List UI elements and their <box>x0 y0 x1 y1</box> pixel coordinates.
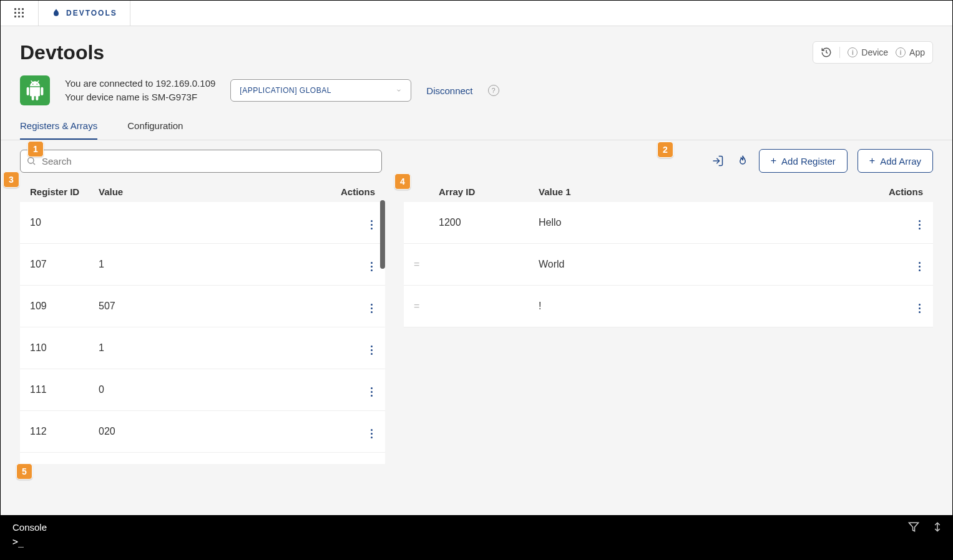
col-register-id: Register ID <box>30 186 99 197</box>
table-row[interactable]: 10 <box>20 202 385 244</box>
table-row[interactable]: 109507 <box>20 286 385 327</box>
connection-device: Your device name is SM-G973F <box>65 90 215 105</box>
table-header: Register ID Value Actions <box>20 181 385 202</box>
info-icon: i <box>896 47 906 57</box>
row-actions-menu[interactable] <box>916 218 923 232</box>
arrays-body: 1200Hello=World=! <box>404 202 933 327</box>
add-array-button[interactable]: +Add Array <box>858 149 933 173</box>
flame-icon[interactable] <box>736 155 749 167</box>
svg-marker-3 <box>909 523 919 531</box>
tabs: Registers & Arrays Configuration <box>0 105 953 140</box>
divider <box>839 47 840 58</box>
registers-body: 101071109507110111101120201160 <box>20 202 385 464</box>
drag-handle-icon[interactable]: = <box>414 259 419 269</box>
array-value: ! <box>539 301 886 312</box>
import-icon[interactable] <box>711 155 724 167</box>
toolbar: +Add Register +Add Array <box>0 140 953 181</box>
android-icon <box>25 80 45 100</box>
array-value: World <box>539 259 886 270</box>
callout-2: 2 <box>657 142 673 158</box>
register-value: 0 <box>99 384 338 395</box>
row-actions-menu[interactable] <box>368 218 375 232</box>
array-value: Hello <box>539 217 886 228</box>
row-actions-menu[interactable] <box>368 301 375 316</box>
drag-handle-icon[interactable]: = <box>414 301 419 311</box>
search-input[interactable] <box>20 150 382 173</box>
tables: Register ID Value Actions 10107110950711… <box>0 181 953 462</box>
callout-5: 5 <box>16 463 32 480</box>
console-header: Console <box>0 515 953 534</box>
table-row[interactable]: =World <box>404 244 933 286</box>
console-panel: Console >_ <box>0 515 953 560</box>
add-register-label: Add Register <box>781 156 836 167</box>
arrays-table: Array ID Value 1 Actions 1200Hello=World… <box>404 181 933 462</box>
row-actions-menu[interactable] <box>368 385 375 399</box>
search-wrap <box>20 150 382 173</box>
registers-table: Register ID Value Actions 10107110950711… <box>20 181 385 462</box>
col-array-id: Array ID <box>439 186 539 197</box>
scrollbar[interactable] <box>380 200 385 269</box>
register-id: 109 <box>30 301 99 312</box>
svg-point-0 <box>28 158 34 163</box>
table-row[interactable]: 1101 <box>20 327 385 369</box>
info-icon: i <box>848 47 858 57</box>
plus-icon: + <box>869 155 875 167</box>
grid-icon <box>14 8 24 18</box>
android-badge <box>20 75 50 105</box>
disconnect-link[interactable]: Disconnect <box>426 85 472 96</box>
brand[interactable]: DEVTOOLS <box>39 0 130 26</box>
array-id: 1200 <box>439 217 539 228</box>
search-icon <box>26 156 36 166</box>
connection-row: You are connected to 192.169.0.109 Your … <box>0 64 953 105</box>
console-prompt[interactable]: >_ <box>0 534 953 550</box>
connection-ip: You are connected to 192.169.0.109 <box>65 77 215 91</box>
row-actions-menu[interactable] <box>368 343 375 357</box>
col-value: Value <box>99 186 338 197</box>
expand-icon[interactable] <box>932 521 943 533</box>
app-label: App <box>909 47 925 57</box>
add-array-label: Add Array <box>880 156 921 167</box>
application-selector-label: [APPLICATION] GLOBAL <box>240 86 331 95</box>
table-header: Array ID Value 1 Actions <box>404 181 933 202</box>
register-value: 020 <box>99 426 338 437</box>
tab-registers-arrays[interactable]: Registers & Arrays <box>20 120 97 140</box>
brand-text: DEVTOOLS <box>66 9 117 17</box>
row-actions-menu[interactable] <box>368 259 375 274</box>
device-info-button[interactable]: i Device <box>848 47 888 57</box>
history-icon[interactable] <box>821 47 832 58</box>
table-row[interactable]: 1200Hello <box>404 202 933 244</box>
table-row[interactable]: 112020 <box>20 411 385 453</box>
console-title: Console <box>12 522 47 533</box>
register-id: 112 <box>30 426 99 437</box>
row-actions-menu[interactable] <box>916 301 923 316</box>
chevron-down-icon <box>396 87 402 94</box>
table-row[interactable]: =! <box>404 286 933 327</box>
help-icon[interactable]: ? <box>488 85 499 96</box>
tab-configuration[interactable]: Configuration <box>127 120 183 140</box>
device-label: Device <box>861 47 888 57</box>
callout-1: 1 <box>27 141 44 157</box>
row-actions-menu[interactable] <box>368 427 375 441</box>
add-register-button[interactable]: +Add Register <box>759 149 848 173</box>
connection-text: You are connected to 192.169.0.109 Your … <box>65 77 215 105</box>
flame-icon <box>51 8 61 18</box>
callout-3: 3 <box>3 171 19 188</box>
register-value: 1 <box>99 342 338 354</box>
table-row[interactable]: 1110 <box>20 369 385 411</box>
console-icons <box>908 521 943 533</box>
register-id: 107 <box>30 259 99 270</box>
toolbar-icons <box>711 155 749 167</box>
register-value: 507 <box>99 301 338 312</box>
register-id: 110 <box>30 342 99 354</box>
table-row[interactable]: 1160 <box>20 453 385 464</box>
col-actions: Actions <box>886 186 923 197</box>
row-actions-menu[interactable] <box>916 259 923 274</box>
application-selector[interactable]: [APPLICATION] GLOBAL <box>230 79 411 102</box>
filter-icon[interactable] <box>908 521 919 533</box>
svg-line-1 <box>33 163 35 165</box>
app-info-button[interactable]: i App <box>896 47 925 57</box>
app-grid-button[interactable] <box>0 0 39 26</box>
col-value: Value 1 <box>539 186 886 197</box>
table-row[interactable]: 1071 <box>20 244 385 286</box>
callout-4: 4 <box>394 173 411 190</box>
